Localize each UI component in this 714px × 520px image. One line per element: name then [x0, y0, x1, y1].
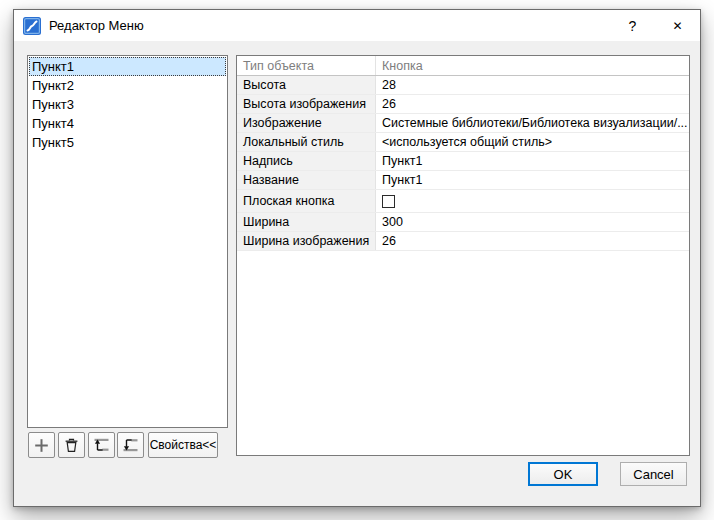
flat-button-checkbox[interactable]	[382, 195, 395, 208]
property-grid-header: Тип объекта Кнопка	[237, 56, 689, 76]
property-name: Высота изображения	[237, 95, 375, 113]
property-header-value: Кнопка	[375, 56, 689, 75]
delete-item-button[interactable]	[58, 432, 85, 458]
property-value[interactable]: Системные библиотеки/Библиотека визуализ…	[375, 114, 689, 132]
property-value[interactable]: Пункт1	[375, 152, 689, 170]
property-row: Ширина изображения26	[237, 232, 689, 251]
property-name: Название	[237, 171, 375, 189]
window-title: Редактор Меню	[49, 18, 610, 33]
move-up-icon	[94, 438, 109, 452]
property-name: Локальный стиль	[237, 133, 375, 151]
property-row: Ширина300	[237, 213, 689, 232]
titlebar[interactable]: Редактор Меню ? ✕	[14, 10, 700, 41]
app-icon	[23, 17, 41, 35]
property-value[interactable]: 300	[375, 213, 689, 231]
property-grid: Тип объекта Кнопка Высота28Высота изобра…	[236, 55, 690, 456]
cancel-button[interactable]: Cancel	[620, 462, 687, 486]
property-name: Ширина изображения	[237, 232, 375, 250]
ok-button[interactable]: OK	[528, 462, 598, 486]
property-row: Плоская кнопка	[237, 190, 689, 213]
property-value[interactable]: 26	[375, 95, 689, 113]
list-item[interactable]: Пункт5	[29, 133, 226, 152]
help-button[interactable]: ?	[610, 10, 655, 41]
move-down-icon	[123, 438, 138, 452]
list-item[interactable]: Пункт3	[29, 95, 226, 114]
property-value[interactable]: 26	[375, 232, 689, 250]
properties-toggle-button[interactable]: Свойства<<	[148, 432, 218, 458]
menu-list: Пункт1Пункт2Пункт3Пункт4Пункт5	[27, 55, 228, 428]
add-item-button[interactable]	[28, 432, 55, 458]
property-value[interactable]: Пункт1	[375, 171, 689, 189]
list-item[interactable]: Пункт2	[29, 76, 226, 95]
move-down-button[interactable]	[117, 432, 144, 458]
move-up-button[interactable]	[88, 432, 115, 458]
trash-icon	[64, 438, 79, 453]
property-row: ИзображениеСистемные библиотеки/Библиоте…	[237, 114, 689, 133]
property-row: НазваниеПункт1	[237, 171, 689, 190]
property-name: Плоская кнопка	[237, 190, 375, 212]
property-name: Высота	[237, 76, 375, 94]
property-rows: Высота28Высота изображения26ИзображениеС…	[237, 76, 689, 251]
property-name: Изображение	[237, 114, 375, 132]
menu-editor-dialog: Редактор Меню ? ✕ Пункт1Пункт2Пункт3Пунк…	[13, 9, 701, 507]
property-row: НадписьПункт1	[237, 152, 689, 171]
property-row: Локальный стиль<используется общий стиль…	[237, 133, 689, 152]
property-row: Высота28	[237, 76, 689, 95]
close-icon[interactable]: ✕	[655, 10, 700, 41]
property-name: Ширина	[237, 213, 375, 231]
list-item[interactable]: Пункт1	[29, 57, 226, 76]
property-value[interactable]	[375, 190, 689, 212]
property-row: Высота изображения26	[237, 95, 689, 114]
list-item[interactable]: Пункт4	[29, 114, 226, 133]
property-value[interactable]: 28	[375, 76, 689, 94]
property-name: Надпись	[237, 152, 375, 170]
property-value[interactable]: <используется общий стиль>	[375, 133, 689, 151]
property-header-name: Тип объекта	[237, 56, 375, 75]
plus-icon	[34, 438, 49, 453]
